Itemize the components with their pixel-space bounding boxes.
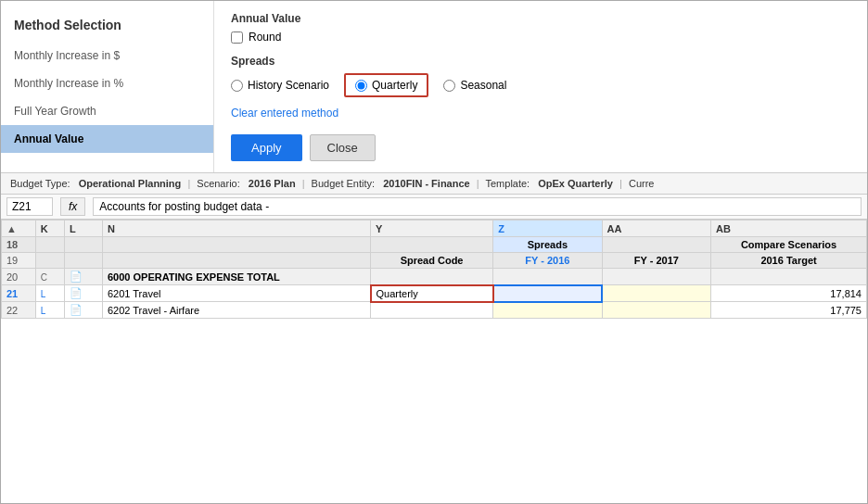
panel-title: Method Selection bbox=[1, 10, 213, 42]
entity-label: Budget Entity: bbox=[312, 178, 376, 189]
col-header-AA[interactable]: AA bbox=[602, 220, 710, 237]
row-19-aa: FY - 2017 bbox=[602, 253, 710, 269]
spreads-header: Spreads bbox=[231, 55, 850, 68]
row-20-l: 📄 bbox=[64, 269, 102, 285]
template-value: OpEx Quarterly bbox=[538, 178, 613, 189]
radio-seasonal[interactable]: Seasonal bbox=[443, 79, 506, 92]
row-18-ab: Compare Scenarios bbox=[711, 237, 867, 253]
cell-reference-input[interactable] bbox=[6, 197, 53, 216]
row-18-k bbox=[35, 237, 64, 253]
fx-button[interactable]: fx bbox=[60, 197, 85, 216]
row-18-z: Spreads bbox=[493, 237, 602, 253]
row-20-y[interactable] bbox=[371, 269, 493, 285]
row-21-l: 📄 bbox=[64, 285, 102, 302]
radio-quarterly[interactable]: Quarterly bbox=[344, 73, 428, 97]
row-19-l bbox=[64, 253, 102, 269]
level-icon-l-22: L bbox=[41, 306, 46, 316]
radio-history-label: History Scenario bbox=[248, 79, 329, 92]
row-22-num: 22 bbox=[2, 302, 36, 319]
col-header-AB[interactable]: AB bbox=[711, 220, 867, 237]
row-21-num: 21 bbox=[2, 285, 36, 302]
round-row: Round bbox=[231, 31, 850, 44]
row-19-k bbox=[35, 253, 64, 269]
row-19-ab: 2016 Target bbox=[711, 253, 867, 269]
row-19-n bbox=[102, 253, 370, 269]
row-21-target[interactable]: 17,814 bbox=[711, 285, 867, 302]
row-18-y bbox=[371, 237, 493, 253]
row-20-z[interactable] bbox=[493, 269, 602, 285]
row-22-fy2016[interactable] bbox=[493, 302, 602, 319]
row-20-aa[interactable] bbox=[602, 269, 710, 285]
table-row[interactable]: 22 L 📄 6202 Travel - Airfare 17,775 bbox=[2, 302, 867, 319]
method-item-annual-value[interactable]: Annual Value bbox=[1, 125, 213, 153]
row-21-k: L bbox=[35, 285, 64, 302]
currency-label: Curre bbox=[629, 178, 655, 189]
sep2: | bbox=[302, 178, 305, 189]
action-buttons: Apply Close bbox=[231, 134, 850, 161]
row-18-aa bbox=[602, 237, 710, 253]
spreadsheet-table: ▲ K L N Y Z AA AB 18 Spreads bbox=[1, 220, 867, 319]
main-window: Method Selection Monthly Increase in $ M… bbox=[0, 0, 868, 504]
budget-type-value: Operational Planning bbox=[79, 178, 182, 189]
row-21-fy2016[interactable] bbox=[493, 285, 602, 302]
doc-icon-21: 📄 bbox=[70, 287, 83, 298]
method-sidebar: Method Selection Monthly Increase in $ M… bbox=[1, 1, 214, 172]
row-20-name[interactable]: 6000 OPERATING EXPENSE TOTAL bbox=[102, 269, 370, 285]
sep1: | bbox=[187, 178, 190, 189]
col-header-indicator: ▲ bbox=[2, 220, 36, 237]
row-22-spread-code[interactable] bbox=[371, 302, 493, 319]
row-21-name[interactable]: 6201 Travel bbox=[102, 285, 370, 302]
radio-quarterly-label: Quarterly bbox=[372, 79, 417, 92]
row-19-num: 19 bbox=[2, 253, 36, 269]
row-19-z: FY - 2016 bbox=[493, 253, 602, 269]
row-20-ab[interactable] bbox=[711, 269, 867, 285]
row-18-l bbox=[64, 237, 102, 253]
formula-input[interactable] bbox=[93, 197, 862, 216]
table-row[interactable]: 20 C 📄 6000 OPERATING EXPENSE TOTAL bbox=[2, 269, 867, 285]
row-22-k: L bbox=[35, 302, 64, 319]
apply-button[interactable]: Apply bbox=[231, 134, 302, 161]
entity-value: 2010FIN - Finance bbox=[383, 178, 470, 189]
method-content: Annual Value Round Spreads History Scena… bbox=[214, 1, 867, 172]
row-21-spread-code[interactable]: Quarterly bbox=[371, 285, 493, 302]
radio-history[interactable]: History Scenario bbox=[231, 79, 329, 92]
row-20-k: C bbox=[35, 269, 64, 285]
row-18-n bbox=[102, 237, 370, 253]
row-21-fy2017[interactable] bbox=[602, 285, 710, 302]
row-22-l: 📄 bbox=[64, 302, 102, 319]
radio-quarterly-input[interactable] bbox=[355, 80, 367, 92]
method-item-monthly-dollar[interactable]: Monthly Increase in $ bbox=[1, 42, 213, 69]
level-icon-c: C bbox=[41, 272, 47, 283]
formula-bar: fx bbox=[1, 195, 867, 220]
col-header-L[interactable]: L bbox=[64, 220, 102, 237]
row-19: 19 Spread Code FY - 2016 FY - 2017 2016 … bbox=[2, 253, 867, 269]
row-22-fy2017[interactable] bbox=[602, 302, 710, 319]
scenario-value: 2016 Plan bbox=[249, 178, 296, 189]
sep3: | bbox=[477, 178, 479, 189]
table-row[interactable]: 21 L 📄 6201 Travel Quarterly 17,814 bbox=[2, 285, 867, 302]
radio-history-input[interactable] bbox=[231, 80, 243, 92]
round-label: Round bbox=[249, 31, 281, 44]
col-header-row: ▲ K L N Y Z AA AB bbox=[2, 220, 867, 237]
close-button[interactable]: Close bbox=[310, 134, 376, 161]
radio-seasonal-input[interactable] bbox=[443, 80, 455, 92]
budget-type-label: Budget Type: bbox=[10, 178, 70, 189]
col-header-Z[interactable]: Z bbox=[493, 220, 602, 237]
row-22-target[interactable]: 17,775 bbox=[711, 302, 867, 319]
template-label: Template: bbox=[485, 178, 530, 189]
row-22-name[interactable]: 6202 Travel - Airfare bbox=[102, 302, 370, 319]
method-panel: Method Selection Monthly Increase in $ M… bbox=[1, 1, 867, 173]
method-item-monthly-percent[interactable]: Monthly Increase in % bbox=[1, 69, 213, 97]
col-header-K[interactable]: K bbox=[35, 220, 64, 237]
scenario-label: Scenario: bbox=[197, 178, 239, 189]
level-icon-l: L bbox=[41, 289, 46, 299]
round-checkbox[interactable] bbox=[231, 32, 243, 44]
spreads-options-row: History Scenario Quarterly Seasonal bbox=[231, 73, 850, 97]
clear-method-link[interactable]: Clear entered method bbox=[231, 107, 338, 120]
row-19-y: Spread Code bbox=[371, 253, 493, 269]
col-header-N[interactable]: N bbox=[102, 220, 370, 237]
row-18-num: 18 bbox=[2, 237, 36, 253]
doc-icon-22: 📄 bbox=[70, 304, 83, 315]
method-item-full-year[interactable]: Full Year Growth bbox=[1, 97, 213, 125]
col-header-Y[interactable]: Y bbox=[371, 220, 493, 237]
